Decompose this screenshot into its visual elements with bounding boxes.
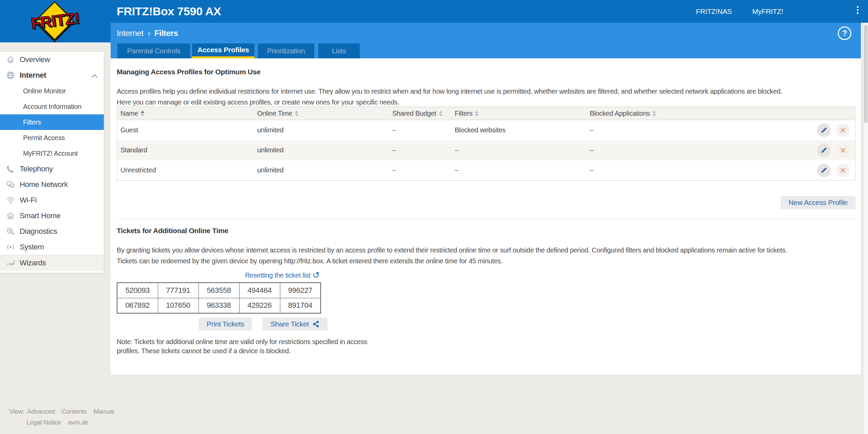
- sort-icon[interactable]: [653, 111, 656, 116]
- reset-ticket-list-link[interactable]: Resetting the ticket list↺: [117, 270, 320, 281]
- wizards-icon: [5, 258, 16, 268]
- cell-online-time: unlimited: [254, 126, 389, 134]
- edit-profile-button[interactable]: [817, 164, 831, 177]
- smart-home-icon: [5, 211, 16, 221]
- edit-profile-button[interactable]: [817, 124, 831, 137]
- table-row: Guest unlimited – Blocked websites –: [117, 120, 855, 140]
- cell-shared-budget: –: [389, 146, 451, 154]
- sidebar-item-label: Diagnostics: [20, 227, 57, 236]
- x-icon: [839, 127, 847, 134]
- vertical-scrollbar[interactable]: [863, 23, 868, 434]
- sidebar: Overview Internet Online Monitor Account…: [0, 52, 104, 273]
- breadcrumb-page: Filters: [154, 29, 178, 38]
- cell-filters: –: [451, 166, 586, 174]
- cell-shared-budget: –: [389, 126, 451, 134]
- main-content-panel: Managing Access Profiles for Optimum Use…: [111, 58, 861, 375]
- sidebar-item-label: Wizards: [20, 259, 46, 267]
- sort-icon[interactable]: [295, 111, 298, 116]
- system-icon: [5, 242, 16, 252]
- ticket-number: 494464: [239, 283, 280, 298]
- fritz-logo: FRITZ!: [0, 0, 111, 42]
- phone-icon: [5, 164, 16, 174]
- sidebar-item-account-information[interactable]: Account Information: [0, 99, 104, 114]
- sidebar-item-wifi[interactable]: Wi-Fi: [0, 192, 104, 208]
- cell-name: Standard: [117, 146, 254, 154]
- column-header-name: Name: [117, 110, 254, 117]
- myfritz-link[interactable]: MyFRITZ!: [752, 0, 783, 23]
- sort-icon[interactable]: [475, 111, 478, 116]
- tab-lists[interactable]: Lists: [318, 43, 360, 58]
- kebab-menu-icon[interactable]: [854, 6, 861, 17]
- sidebar-item-label: Smart Home: [20, 211, 60, 220]
- sidebar-item-label: Home Network: [20, 180, 68, 189]
- sidebar-item-label: System: [20, 243, 44, 251]
- delete-profile-button[interactable]: [836, 144, 850, 157]
- ticket-numbers-table: 520093 777191 563558 494464 996227 06789…: [117, 282, 321, 314]
- cell-shared-budget: –: [389, 166, 451, 174]
- share-ticket-button[interactable]: Share Ticket: [263, 318, 327, 331]
- sort-icon[interactable]: [439, 111, 442, 116]
- x-icon: [839, 167, 847, 174]
- footer-link-contents[interactable]: Contents: [62, 408, 87, 415]
- ticket-number: 067892: [117, 298, 158, 313]
- sidebar-item-filters[interactable]: Filters: [0, 114, 104, 130]
- footer-row-1: View: Advanced Contents Manual: [9, 408, 114, 415]
- footer-link-avm[interactable]: avm.de: [68, 419, 89, 426]
- sidebar-item-internet[interactable]: Internet: [0, 68, 104, 83]
- cell-name: Unrestricted: [117, 166, 254, 174]
- column-header-blocked-applications: Blocked Applications: [586, 110, 811, 117]
- tab-prioritization[interactable]: Prioritization: [258, 43, 314, 58]
- access-profiles-table: Name Online Time Shared Budget Filters B…: [117, 107, 855, 181]
- pencil-icon: [820, 167, 828, 174]
- tickets-heading: Tickets for Additional Online Time: [117, 227, 228, 235]
- ticket-number: 429226: [239, 298, 280, 313]
- footer-link-legal-notice[interactable]: Legal Notice: [26, 419, 61, 426]
- print-tickets-button[interactable]: Print Tickets: [199, 318, 252, 331]
- reset-icon: ↺: [313, 270, 320, 280]
- fritznas-link[interactable]: FRITZ!NAS: [696, 0, 732, 23]
- sidebar-item-myfritz-account[interactable]: MyFRITZ! Account: [0, 146, 104, 161]
- ticket-number: 777191: [158, 283, 199, 298]
- sidebar-item-system[interactable]: System: [0, 239, 104, 255]
- wifi-icon: [5, 195, 16, 205]
- delete-profile-button[interactable]: [836, 124, 850, 137]
- tab-parental-controls[interactable]: Parental Controls: [117, 43, 190, 58]
- cell-blocked-applications: –: [586, 146, 811, 154]
- tab-bar: Parental Controls Access Profiles Priori…: [111, 43, 861, 58]
- table-header-row: Name Online Time Shared Budget Filters B…: [117, 107, 855, 120]
- ticket-row: 520093 777191 563558 494464 996227: [117, 283, 321, 298]
- sidebar-item-overview[interactable]: Overview: [0, 52, 104, 68]
- page-footer: View: Advanced Contents Manual Legal Not…: [9, 408, 114, 426]
- sort-icon[interactable]: [141, 111, 144, 116]
- sidebar-item-label: Overview: [20, 55, 50, 64]
- sidebar-item-telephony[interactable]: Telephony: [0, 161, 104, 177]
- sidebar-item-online-monitor[interactable]: Online Monitor: [0, 83, 104, 99]
- cell-name: Guest: [117, 126, 254, 134]
- sidebar-item-home-network[interactable]: Home Network: [0, 177, 104, 192]
- delete-profile-button[interactable]: [836, 164, 850, 177]
- profiles-intro-line1: Access profiles help you define individu…: [117, 88, 782, 95]
- edit-profile-button[interactable]: [817, 144, 831, 157]
- table-row: Standard unlimited – – –: [117, 140, 855, 160]
- profiles-heading: Managing Access Profiles for Optimum Use: [117, 68, 261, 76]
- row-actions: [811, 124, 855, 137]
- cell-blocked-applications: –: [586, 166, 811, 174]
- view-label: View:: [9, 408, 24, 415]
- tab-access-profiles[interactable]: Access Profiles: [192, 43, 254, 58]
- scrollbar-thumb[interactable]: [864, 25, 868, 123]
- network-monitors-icon: [5, 180, 16, 189]
- sidebar-item-diagnostics[interactable]: Diagnostics: [0, 224, 104, 239]
- globe-icon: [5, 71, 16, 80]
- new-access-profile-button[interactable]: New Access Profile: [781, 196, 855, 209]
- help-icon[interactable]: ?: [838, 26, 851, 40]
- breadcrumb-bar: Internet›Filters ?: [111, 23, 861, 43]
- footer-link-manual[interactable]: Manual: [93, 408, 114, 415]
- sidebar-item-permit-access[interactable]: Permit Access: [0, 130, 104, 146]
- breadcrumb: Internet›Filters: [117, 23, 178, 43]
- chevron-right-icon: ›: [144, 29, 154, 38]
- sidebar-item-smart-home[interactable]: Smart Home: [0, 208, 104, 224]
- sidebar-item-wizards[interactable]: Wizards: [0, 255, 104, 271]
- chevron-up-icon[interactable]: [91, 72, 98, 81]
- sidebar-item-label: Telephony: [20, 165, 53, 173]
- footer-link-advanced[interactable]: Advanced: [27, 408, 55, 415]
